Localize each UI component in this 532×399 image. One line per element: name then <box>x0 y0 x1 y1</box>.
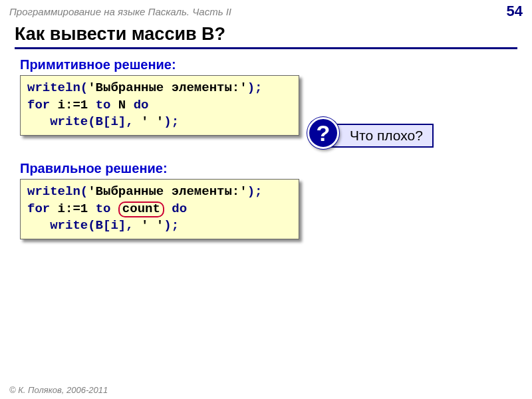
callout-text: Что плохо? <box>331 124 434 148</box>
code-keyword: do <box>164 201 187 216</box>
section2-label: Правильное решение: <box>0 160 532 179</box>
code-text: i:=1 <box>50 98 95 112</box>
code-text: ' ' <box>141 114 164 129</box>
code-text: writeln( <box>27 184 88 199</box>
code-keyword: for <box>27 98 50 112</box>
code-keyword: to <box>96 98 111 112</box>
spacer <box>0 136 532 160</box>
code-text: i:=1 <box>50 201 95 216</box>
count-highlight: count <box>118 201 164 217</box>
code-text: ); <box>164 218 179 233</box>
code-box-correct: writeln('Выбранные элементы:'); for i:=1… <box>20 179 299 239</box>
question-mark-icon: ? <box>307 117 339 149</box>
slide-title: Как вывести массив B? <box>0 21 532 46</box>
section1-label: Примитивное решение: <box>0 56 532 75</box>
slide-header: Программирование на языке Паскаль. Часть… <box>0 0 532 21</box>
header-title: Программирование на языке Паскаль. Часть… <box>9 6 507 17</box>
footer-copyright: © К. Поляков, 2006-2011 <box>9 385 108 395</box>
code-text: 'Выбранные элементы:' <box>88 80 247 95</box>
code-text: 'Выбранные элементы:' <box>88 184 247 199</box>
code-keyword: to <box>96 201 111 216</box>
code-box-primitive: writeln('Выбранные элементы:'); for i:=1… <box>20 75 299 136</box>
code-keyword: do <box>134 98 149 112</box>
code-text: writeln( <box>27 80 88 95</box>
code-text: ); <box>247 184 263 199</box>
code-text: N <box>110 98 133 112</box>
slide: Программирование на языке Паскаль. Часть… <box>0 0 532 399</box>
page-number: 54 <box>507 3 523 20</box>
title-rule <box>15 47 517 49</box>
code-text: write(B[i], <box>27 218 141 233</box>
code-text: ); <box>247 80 263 95</box>
code-text: write(B[i], <box>27 114 141 129</box>
code-keyword: for <box>27 201 50 216</box>
code-text: ' ' <box>141 218 164 233</box>
code-text: ); <box>164 114 179 129</box>
